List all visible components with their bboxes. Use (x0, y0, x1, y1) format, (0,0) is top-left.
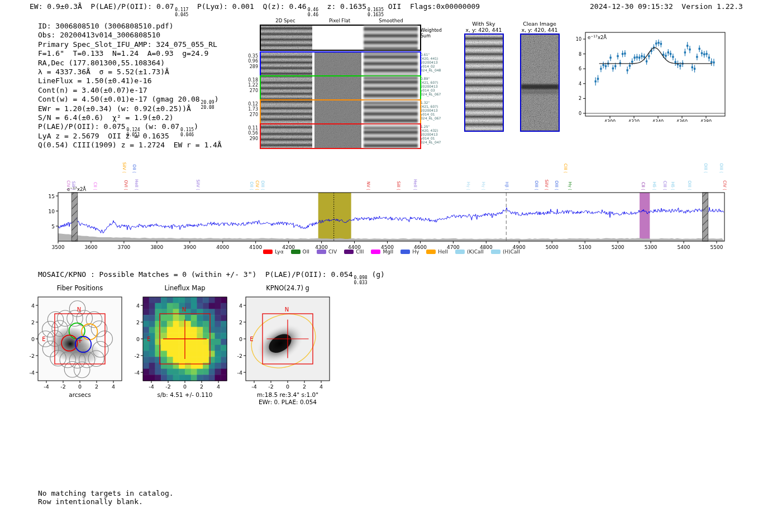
svg-text:4: 4 (579, 82, 581, 87)
svg-text:10: 10 (49, 209, 55, 214)
text-segment: Obs: 20200413v014_3006808510 (38, 31, 160, 39)
spec2d-row-3 (260, 99, 421, 125)
svg-text:4: 4 (217, 384, 220, 390)
noise-texture (465, 35, 503, 131)
text-segment: (g) (368, 270, 385, 279)
emission-line-label: SiII ( (71, 181, 76, 190)
spec2d-cell (261, 100, 312, 124)
spec2d-row-2 (260, 75, 421, 101)
error-envelope (58, 233, 724, 241)
svg-text:N: N (77, 306, 81, 313)
lineflux-map: Lineflux Map-4-4-2-2002244NEs/b: 4.51 +/… (134, 282, 235, 402)
svg-text:4: 4 (320, 384, 323, 390)
legend-item: HeII (426, 249, 448, 255)
emission-line-label: NV ( (366, 181, 371, 190)
svg-text:-2: -2 (237, 353, 242, 359)
emission-line-label: OIII ( (534, 180, 539, 190)
noise-texture (261, 52, 312, 76)
svg-text:arcsecs: arcsecs (69, 391, 90, 398)
svg-text:8: 8 (579, 52, 581, 57)
legend-label: HeII (438, 249, 448, 255)
footer-blank-row: Row intentionally blank. (38, 497, 143, 506)
spectrum-chart: 3500360037003800390040004100420043004400… (31, 150, 752, 253)
svg-text:2: 2 (579, 96, 581, 101)
emission-line-label: Hδ ( (670, 181, 675, 190)
svg-text:4: 4 (31, 303, 35, 309)
emission-line-label: SiIV ( (122, 162, 127, 174)
clean-image-dark-band2 (521, 90, 559, 94)
emission-line-label: CIV ( (722, 180, 727, 190)
svg-text:-2: -2 (268, 384, 273, 390)
footer-no-match: No matching targets in catalog. (38, 489, 174, 498)
spec2d-cell (314, 52, 361, 76)
spec2d-cell (364, 76, 418, 100)
emission-line-label: CIV ( (255, 180, 260, 190)
svg-text:-2: -2 (135, 353, 140, 359)
svg-text:KPNO(24.7) g: KPNO(24.7) g (266, 284, 309, 292)
svg-text:E: E (147, 336, 150, 342)
svg-text:0: 0 (183, 384, 187, 390)
legend-label: CIII (356, 249, 364, 255)
emission-line-label: Hδ ( (652, 181, 657, 190)
spec2d-row-left-values: 0.12 1.73 270 (240, 102, 258, 117)
legend-item: Hγ (400, 249, 419, 255)
emission-line-label: Hβ ( (504, 181, 509, 190)
emission-line-label: OII ( (249, 181, 254, 190)
info-line-12: LyA z = 2.5679 OII z = 0.1635 (38, 132, 222, 141)
svg-text:-4: -4 (135, 370, 140, 376)
svg-text:2: 2 (200, 384, 203, 390)
info-line-9: EWr = 1.20(±0.34) (w: 0.92(±0.25))Å (38, 104, 222, 113)
linefit-chart: 024681043004320434043604380e−17x2Å (572, 26, 746, 122)
spec2d-cell (364, 124, 418, 148)
spec2d-cell (261, 26, 312, 50)
emission-line-label: OIII ( (260, 180, 265, 190)
clean-coords: x, y: 420, 441 (509, 27, 570, 33)
noise-texture (314, 124, 361, 148)
legend-item: OII (291, 249, 309, 255)
spec2d-cell (314, 26, 361, 50)
fiber-positions-map: Fiber Positions-4-4-2-2002244NEarcsecs (29, 282, 130, 402)
stacked-fraction: 20.0920.08 (201, 100, 214, 111)
text-segment: ID: 3006808510 (3006808510.pdf) (38, 22, 174, 30)
emission-line-label: OIII ( (687, 180, 692, 190)
info-line-1: Obs: 20200413v014_3006808510 (38, 31, 222, 40)
svg-text:0: 0 (286, 384, 289, 390)
spec2d-cell (364, 52, 418, 76)
emission-line-label: SiIV ( (544, 180, 549, 191)
emission-line-label: CII ( (641, 182, 646, 190)
svg-text:-4: -4 (149, 384, 154, 390)
spec2d-row-annotation: 1.25" (420, 432) 20200413 v014_01 324_RL… (421, 125, 453, 145)
spec2d-cell (314, 100, 361, 124)
stacked-fraction: 0.1170.045 (175, 8, 188, 18)
svg-text:4: 4 (239, 303, 242, 309)
svg-text:4: 4 (112, 384, 115, 390)
legend-label: CIV (328, 249, 337, 255)
info-line-4: RA,Dec (177.801300,55.108364) (38, 59, 222, 68)
emission-line-label: OVI ( (123, 180, 128, 190)
withsky-coords: x, y: 420, 441 (453, 27, 514, 33)
legend-swatch (371, 250, 380, 254)
legend-swatch (426, 250, 436, 254)
legend-swatch (400, 250, 410, 254)
spec2d-row-left-values: 0.11 0.56 290 (240, 126, 258, 141)
text-segment: Q(0.54) CIII(1909) z = 1.2724 EW r = 1.4… (38, 141, 222, 149)
spectrum-legend: LyαOIICIVCIIIMgIIHγHeII(K)CaII(H)CaII (31, 249, 752, 255)
legend-item: Lyα (263, 249, 283, 255)
spec2d-row-left-values: 0.35 0.96 289 (240, 54, 258, 69)
emission-line-label: HeII ( (413, 179, 418, 190)
svg-text:0: 0 (579, 111, 581, 116)
legend-swatch (317, 250, 326, 254)
info-line-8: Cont(w) = 4.50(±0.01)e-17 (gmag 20.0820.… (38, 95, 222, 104)
text-segment: λ = 4337.36Å σ = 5.52(±1.73)Å (38, 68, 169, 76)
svg-text:-2: -2 (165, 384, 170, 390)
text-segment: Primary Spec_Slot_IFU_AMP: 324_075_055_R… (38, 40, 217, 49)
spec2d-header-pixelflat: Pixel Flat (317, 18, 362, 23)
detection-band (318, 193, 351, 241)
svg-text:2: 2 (31, 319, 35, 325)
svg-text:-4: -4 (251, 384, 256, 390)
svg-text:Lineflux Map: Lineflux Map (164, 284, 205, 292)
spec2d-row-4 (260, 123, 421, 149)
text-segment: S/N = 6.4(±0.6) χ² = 1.9(±0.2) (38, 113, 174, 122)
noise-texture (314, 76, 361, 100)
svg-text:4380: 4380 (700, 119, 712, 122)
